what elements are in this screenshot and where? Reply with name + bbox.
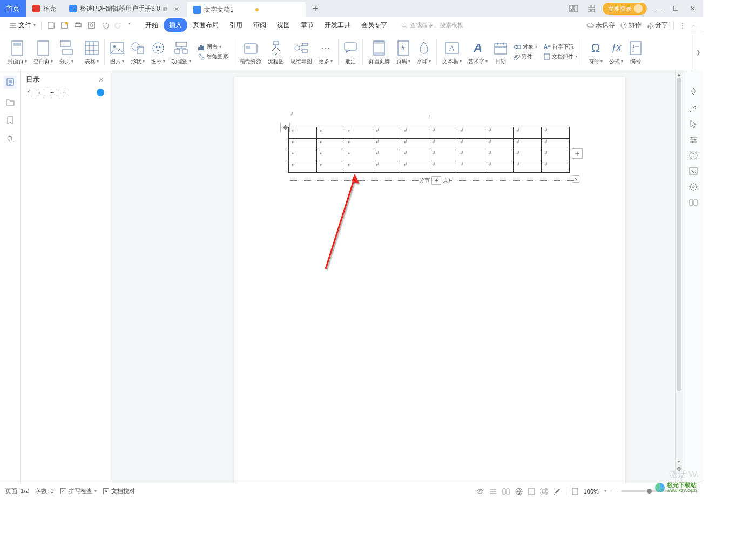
save-icon[interactable] [47, 21, 55, 29]
document-table[interactable]: ↲↲↲↲↲↲↲↲↲↲ ↲↲↲↲↲↲↲↲↲↲ ↲↲↲↲↲↲↲↲↲↲ ↲↲↲↲↲↲↲… [288, 127, 570, 173]
cursor-icon[interactable] [690, 120, 697, 129]
ribbon-flow[interactable]: 流程图 [265, 36, 287, 68]
ribbon-icon[interactable]: 图标▾ [148, 36, 168, 68]
search-rail-icon[interactable] [5, 134, 15, 144]
ribbon-comment[interactable]: 批注 [341, 36, 360, 68]
pen-icon[interactable] [689, 104, 698, 112]
unsaved-indicator[interactable]: 未保存 [586, 21, 615, 30]
tab-doc[interactable]: 文字文稿1 [187, 2, 306, 17]
view-fullscreen-icon[interactable] [540, 488, 548, 495]
ribbon-table[interactable]: 表格▾ [82, 36, 102, 68]
view-print-icon[interactable] [528, 488, 535, 495]
view-read-icon[interactable] [502, 488, 510, 495]
folder-rail-icon[interactable] [5, 97, 15, 107]
section-add-button[interactable]: + [431, 176, 441, 185]
outline-rail-icon[interactable] [4, 76, 17, 89]
ribbon-art[interactable]: A艺术字▾ [465, 36, 491, 68]
scroll-down-icon[interactable]: ▾ [676, 459, 683, 464]
ribbon-textbox[interactable]: A文本框▾ [439, 36, 465, 68]
tab-pdf-close-icon[interactable]: ✕ [174, 5, 180, 12]
undo-icon[interactable] [101, 21, 109, 29]
document-area[interactable]: ↲ 1 ✥ ↲↲↲↲↲↲↲↲↲↲ ↲↲↲↲↲↲↲↲↲↲ ↲↲↲↲↲↲↲↲↲↲ ↲… [110, 70, 675, 483]
tab-daoke[interactable]: 稻壳 [26, 1, 63, 16]
bookmark-rail-icon[interactable] [5, 116, 15, 125]
coop-button[interactable]: 协作 [620, 21, 642, 30]
panel-tool-3[interactable]: + [50, 89, 57, 96]
tab-home[interactable]: 首页 [0, 0, 26, 17]
image-tools-icon[interactable] [689, 167, 698, 175]
scroll-thumb[interactable] [677, 78, 681, 391]
tab-pdf[interactable]: 极速PDF编辑器用户手册3.0 ⧉ ✕ [63, 1, 187, 16]
menu-start[interactable]: 开始 [140, 18, 164, 32]
help-icon[interactable]: ? [689, 151, 698, 160]
table-add-column[interactable]: + [572, 148, 583, 159]
menu-review[interactable]: 审阅 [248, 18, 272, 32]
panel-badge-icon[interactable] [97, 89, 104, 96]
panel-tool-4[interactable]: − [62, 89, 69, 96]
ribbon-attach[interactable]: 附件 [514, 53, 537, 60]
ribbon-scroll-right[interactable]: ❯ [692, 33, 703, 70]
panel-tool-check[interactable] [26, 89, 33, 96]
minimize-button[interactable]: — [652, 3, 664, 15]
ribbon-more[interactable]: ⋯更多▾ [315, 36, 336, 68]
view-web-icon[interactable] [515, 488, 523, 495]
fit-page-icon[interactable] [572, 488, 578, 495]
scroll-up-icon[interactable]: ▴ [676, 71, 683, 77]
save-cloud-icon[interactable] [60, 21, 69, 29]
close-button[interactable]: ✕ [687, 3, 699, 15]
tab-pdf-dup-icon[interactable]: ⧉ [163, 5, 170, 12]
ruler-icon[interactable] [553, 488, 561, 495]
file-menu[interactable]: 文件 ▾ [6, 21, 39, 30]
ribbon-blank[interactable]: 空白页▾ [30, 36, 56, 68]
collapse-ribbon-icon[interactable]: ︿ [691, 22, 697, 29]
reading-mode-icon[interactable]: 2 [568, 3, 580, 15]
ribbon-func[interactable]: 功能图▾ [168, 36, 194, 68]
target-icon[interactable] [689, 183, 698, 191]
menu-vip[interactable]: 会员专享 [356, 18, 393, 32]
ribbon-number[interactable]: 1—#编号 [626, 36, 645, 68]
panel-close-icon[interactable]: ✕ [98, 76, 104, 84]
ribbon-cover[interactable]: 封面页▾ [4, 36, 30, 68]
chevron-down-icon[interactable]: ▾ [128, 21, 130, 29]
ribbon-obj[interactable]: 对象▾ [514, 43, 537, 51]
status-spell[interactable]: ✓拼写检查▾ [60, 487, 97, 495]
status-proof[interactable]: ✕文档校对 [103, 487, 135, 495]
document-page[interactable]: ↲ 1 ✥ ↲↲↲↲↲↲↲↲↲↲ ↲↲↲↲↲↲↲↲↲↲ ↲↲↲↲↲↲↲↲↲↲ ↲… [234, 77, 625, 483]
zoom-out-button[interactable]: − [612, 487, 616, 495]
command-search[interactable]: 查找命令、搜索模板 [401, 21, 463, 29]
ribbon-date[interactable]: 日期 [491, 36, 510, 68]
menu-view[interactable]: 视图 [272, 18, 295, 32]
ribbon-pagenum[interactable]: #页码▾ [393, 36, 414, 68]
menu-layout[interactable]: 页面布局 [187, 18, 224, 32]
rocket-icon[interactable] [689, 87, 698, 96]
reading-icon[interactable] [689, 199, 698, 206]
redo-icon[interactable] [114, 21, 123, 29]
view-outline-icon[interactable] [489, 488, 497, 495]
zoom-thumb[interactable] [647, 489, 652, 494]
ribbon-mind[interactable]: 思维导图 [287, 36, 315, 68]
ribbon-symbol[interactable]: Ω符号▾ [585, 36, 606, 68]
ribbon-pic[interactable]: 图片▾ [107, 36, 127, 68]
vertical-scrollbar[interactable]: ▴ ▾ ⦿ ▿ [675, 70, 683, 483]
menu-dev[interactable]: 开发工具 [319, 18, 356, 32]
status-page[interactable]: 页面: 1/2 [5, 487, 29, 495]
ribbon-shape[interactable]: 形状▾ [127, 36, 148, 68]
settings-slider-icon[interactable] [689, 136, 698, 144]
ribbon-header[interactable]: 页眉页脚 [365, 36, 393, 68]
menu-insert[interactable]: 插入 [164, 18, 187, 32]
ribbon-formula[interactable]: ƒx公式▾ [606, 36, 626, 68]
menu-ref[interactable]: 引用 [224, 18, 248, 32]
ribbon-break[interactable]: 分页▾ [56, 36, 77, 68]
view-focus-icon[interactable] [476, 488, 484, 495]
ribbon-dropcap[interactable]: A≡首字下沉 [544, 43, 577, 51]
ribbon-docpart[interactable]: 文档部件▾ [544, 53, 577, 60]
more-menu-icon[interactable]: ⋮ [679, 22, 686, 29]
maximize-button[interactable]: ☐ [670, 3, 681, 15]
new-tab-button[interactable]: + [310, 3, 321, 14]
share-button[interactable]: 分享 [647, 21, 668, 30]
print-preview-icon[interactable] [87, 21, 96, 29]
status-words[interactable]: 字数: 0 [35, 487, 53, 495]
ribbon-smart[interactable]: 智能图形 [198, 53, 228, 60]
panel-tool-2[interactable]: ◦ [38, 89, 45, 96]
ribbon-dkrs[interactable]: 稻壳资源 [237, 36, 265, 68]
